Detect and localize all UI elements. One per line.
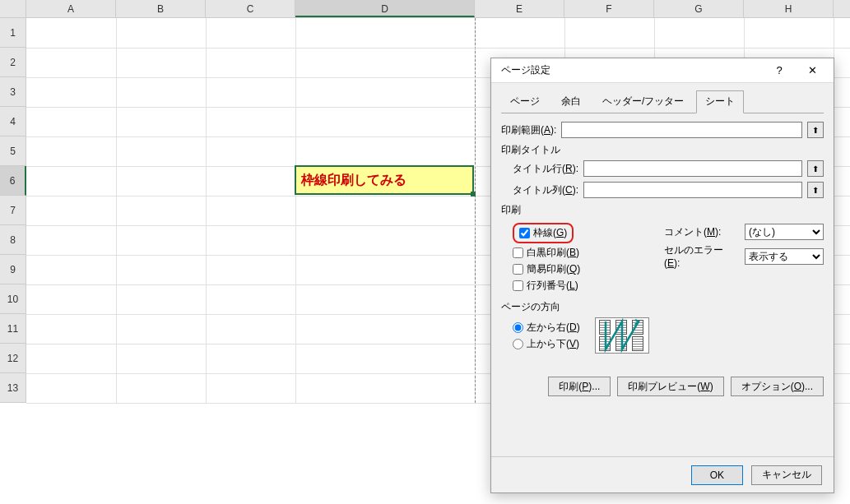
title-row-label: タイトル行(R): bbox=[513, 162, 578, 176]
tab-3[interactable]: シート bbox=[696, 90, 744, 113]
tab-1[interactable]: 余白 bbox=[552, 90, 590, 113]
row-header-13[interactable]: 13 bbox=[0, 373, 26, 403]
collapse-icon: ⬆ bbox=[812, 186, 819, 195]
draft-checkbox[interactable] bbox=[513, 264, 523, 275]
row-header-1[interactable]: 1 bbox=[0, 18, 26, 48]
page-break-line bbox=[475, 18, 476, 403]
close-button[interactable]: ✕ bbox=[796, 59, 829, 82]
row-header-7[interactable]: 7 bbox=[0, 196, 26, 225]
print-titles-group: 印刷タイトル bbox=[501, 143, 824, 157]
collapse-icon: ⬆ bbox=[812, 126, 819, 135]
dialog-title: ページ設定 bbox=[501, 63, 763, 77]
col-header-E[interactable]: E bbox=[475, 0, 564, 17]
title-col-input[interactable] bbox=[583, 182, 802, 198]
col-header-F[interactable]: F bbox=[564, 0, 654, 17]
print-area-label: 印刷範囲(A): bbox=[501, 123, 556, 137]
row-header-11[interactable]: 11 bbox=[0, 314, 26, 344]
select-all-corner[interactable] bbox=[0, 0, 26, 17]
dialog-tabs: ページ余白ヘッダー/フッターシート bbox=[501, 90, 824, 113]
row-header-9[interactable]: 9 bbox=[0, 255, 26, 284]
gridlines-checkbox[interactable] bbox=[519, 228, 530, 238]
page-order-label: ページの方向 bbox=[501, 300, 824, 314]
row-header-12[interactable]: 12 bbox=[0, 344, 26, 373]
cancel-button[interactable]: キャンセル bbox=[751, 465, 822, 485]
collapse-title-row[interactable]: ⬆ bbox=[807, 160, 824, 177]
down-then-over-radio[interactable] bbox=[513, 322, 523, 333]
draft-label[interactable]: 簡易印刷(Q) bbox=[527, 262, 580, 276]
print-section-label: 印刷 bbox=[501, 203, 824, 217]
options-button[interactable]: オプション(O)... bbox=[731, 377, 824, 396]
print-preview-button[interactable]: 印刷プレビュー(W) bbox=[617, 377, 723, 396]
over-then-down-radio[interactable] bbox=[513, 339, 523, 349]
title-col-label: タイトル列(C): bbox=[513, 183, 578, 197]
bw-checkbox[interactable] bbox=[513, 247, 523, 258]
help-button[interactable]: ? bbox=[763, 59, 796, 82]
errors-label: セルのエラー(E): bbox=[664, 243, 738, 269]
row-header-3[interactable]: 3 bbox=[0, 77, 26, 107]
collapse-icon: ⬆ bbox=[812, 164, 819, 173]
fill-handle[interactable] bbox=[471, 192, 476, 197]
over-then-down-label[interactable]: 上から下(V) bbox=[527, 337, 579, 351]
page-setup-dialog: ページ設定 ? ✕ ページ余白ヘッダー/フッターシート 印刷範囲(A): ⬆ 印… bbox=[490, 58, 834, 493]
col-header-D[interactable]: D bbox=[295, 0, 475, 17]
dialog-footer: OK キャンセル bbox=[491, 456, 834, 492]
row-header-4[interactable]: 4 bbox=[0, 107, 26, 136]
dialog-titlebar[interactable]: ページ設定 ? ✕ bbox=[491, 58, 834, 83]
col-header-A[interactable]: A bbox=[26, 0, 116, 17]
active-cell[interactable]: 枠線印刷してみる bbox=[295, 165, 474, 195]
col-header-H[interactable]: H bbox=[744, 0, 834, 17]
row-headers: 12345678910111213 bbox=[0, 18, 26, 403]
row-header-2[interactable]: 2 bbox=[0, 48, 26, 77]
errors-select[interactable]: 表示する bbox=[745, 248, 824, 265]
gridlines-highlight: 枠線(G) bbox=[513, 223, 574, 243]
collapse-title-col[interactable]: ⬆ bbox=[807, 182, 824, 198]
print-button[interactable]: 印刷(P)... bbox=[548, 377, 611, 396]
row-header-10[interactable]: 10 bbox=[0, 284, 26, 314]
title-row-input[interactable] bbox=[583, 160, 802, 177]
comments-select[interactable]: (なし) bbox=[745, 224, 824, 240]
row-header-8[interactable]: 8 bbox=[0, 225, 26, 255]
page-direction-icon bbox=[595, 317, 649, 354]
bw-label[interactable]: 白黒印刷(B) bbox=[527, 246, 579, 260]
rowcol-label[interactable]: 行列番号(L) bbox=[527, 279, 578, 293]
col-header-C[interactable]: C bbox=[206, 0, 295, 17]
tab-2[interactable]: ヘッダー/フッター bbox=[593, 90, 693, 113]
col-header-G[interactable]: G bbox=[654, 0, 744, 17]
ok-button[interactable]: OK bbox=[691, 465, 743, 485]
down-then-over-label[interactable]: 左から右(D) bbox=[527, 321, 580, 335]
col-header-B[interactable]: B bbox=[116, 0, 206, 17]
tab-0[interactable]: ページ bbox=[501, 90, 549, 113]
collapse-print-area[interactable]: ⬆ bbox=[807, 122, 824, 138]
gridlines-label[interactable]: 枠線(G) bbox=[533, 226, 567, 240]
row-header-5[interactable]: 5 bbox=[0, 136, 26, 166]
row-header-6[interactable]: 6 bbox=[0, 166, 26, 196]
comments-label: コメント(M): bbox=[664, 225, 738, 239]
column-headers: ABCDEFGH bbox=[0, 0, 850, 18]
print-area-input[interactable] bbox=[561, 122, 802, 138]
rowcol-checkbox[interactable] bbox=[513, 280, 523, 291]
